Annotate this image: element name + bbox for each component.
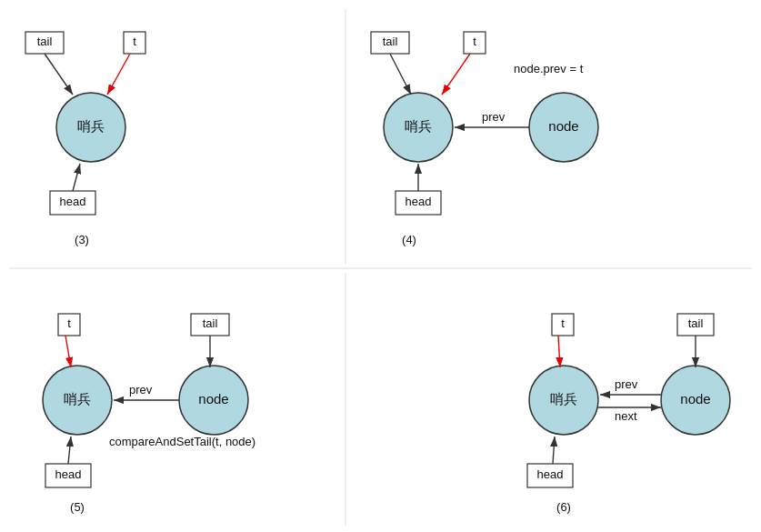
t-to-sentinel-3 xyxy=(107,54,130,95)
node-label-5: node xyxy=(198,391,228,407)
head-text-4: head xyxy=(406,195,432,208)
head-to-sentinel-3 xyxy=(73,164,80,191)
note-4: node.prev = t xyxy=(514,62,584,75)
t-text-5: t xyxy=(67,316,71,330)
node-label-4: node xyxy=(548,118,578,134)
prev-label-5: prev xyxy=(129,383,153,396)
caption-5: (5) xyxy=(70,500,85,514)
caption-3: (3) xyxy=(75,233,89,246)
tail-text-3: tail xyxy=(37,35,53,48)
note-5: compareAndSetTail(t, node) xyxy=(109,435,255,448)
tail-text-4: tail xyxy=(383,35,398,48)
sentinel-label-3: 哨兵 xyxy=(77,118,105,134)
tail-to-sentinel-4 xyxy=(390,54,411,95)
sentinel-label-4: 哨兵 xyxy=(405,118,432,134)
prev-label-4: prev xyxy=(482,110,506,124)
t-to-sentinel-6 xyxy=(558,336,560,367)
caption-6: (6) xyxy=(556,500,571,514)
node-label-6: node xyxy=(680,391,710,407)
head-text-3: head xyxy=(60,195,86,208)
t-to-sentinel-5 xyxy=(65,336,71,367)
head-to-sentinel-5 xyxy=(68,437,71,464)
t-text-4: t xyxy=(473,35,476,48)
tail-text-6: tail xyxy=(688,316,704,330)
t-text-6: t xyxy=(561,316,565,330)
head-text-5: head xyxy=(55,467,82,481)
caption-4: (4) xyxy=(402,233,416,246)
t-to-sentinel-4 xyxy=(442,54,470,95)
sentinel-label-5: 哨兵 xyxy=(64,391,91,407)
tail-to-sentinel-3 xyxy=(45,54,73,95)
diagram-container: 哨兵 tail t head (3) 哨兵 node tail t head p… xyxy=(0,0,761,532)
next-label-6: next xyxy=(615,409,637,423)
tail-text-5: tail xyxy=(203,316,218,330)
sentinel-label-6: 哨兵 xyxy=(550,391,577,407)
t-text-3: t xyxy=(133,35,136,48)
prev-label-6: prev xyxy=(615,377,638,391)
main-svg: 哨兵 tail t head (3) 哨兵 node tail t head p… xyxy=(0,0,761,532)
head-text-6: head xyxy=(537,467,564,481)
head-to-sentinel-6 xyxy=(553,437,555,464)
